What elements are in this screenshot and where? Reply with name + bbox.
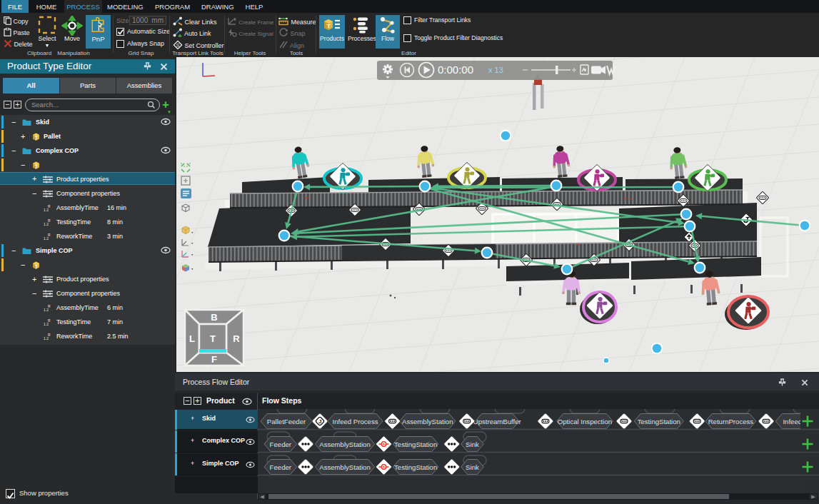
svg-text:T: T xyxy=(210,333,216,344)
svg-text:S: S xyxy=(176,43,180,48)
svg-text:0:00:00: 0:00:00 xyxy=(438,64,473,76)
svg-text:1.2: 1.2 xyxy=(44,336,49,341)
svg-text:x 13: x 13 xyxy=(488,66,503,74)
svg-text:AssemblyStation: AssemblyStation xyxy=(319,440,370,448)
svg-text:Sink: Sink xyxy=(466,463,479,471)
svg-text:T: T xyxy=(35,136,38,141)
svg-text:Feeder: Feeder xyxy=(270,440,292,448)
svg-text:1.2: 1.2 xyxy=(44,222,49,226)
svg-text:TestingStation: TestingStation xyxy=(394,463,437,471)
svg-text:UpstreamBuffer: UpstreamBuffer xyxy=(473,418,522,425)
svg-text:1.2: 1.2 xyxy=(44,208,49,212)
svg-text:Infeed Process: Infeed Process xyxy=(333,418,378,425)
svg-text:L: L xyxy=(189,333,195,344)
svg-text:B: B xyxy=(211,312,217,323)
svg-text:R: R xyxy=(233,333,240,344)
svg-text:F: F xyxy=(211,354,217,365)
svg-text:Sink: Sink xyxy=(466,440,479,448)
svg-text:AssemblyStation: AssemblyStation xyxy=(319,463,370,471)
svg-text:Optical Inspection: Optical Inspection xyxy=(558,418,612,425)
svg-text:TestingStation: TestingStation xyxy=(394,440,437,448)
svg-text:ReturnProcess: ReturnProcess xyxy=(708,418,754,425)
svg-text:1.2: 1.2 xyxy=(44,322,49,326)
svg-text:1.2: 1.2 xyxy=(44,236,49,241)
svg-text:TestingStation: TestingStation xyxy=(638,418,680,425)
svg-text:T: T xyxy=(35,264,38,269)
svg-text:J: J xyxy=(318,418,321,425)
svg-text:T: T xyxy=(35,164,38,169)
svg-text:AssemblyStation: AssemblyStation xyxy=(402,418,453,425)
svg-text:PalletFeeder: PalletFeeder xyxy=(267,418,306,425)
svg-text:T: T xyxy=(327,23,331,29)
svg-text:Feeder: Feeder xyxy=(270,463,292,471)
svg-text:1.2: 1.2 xyxy=(44,308,49,312)
